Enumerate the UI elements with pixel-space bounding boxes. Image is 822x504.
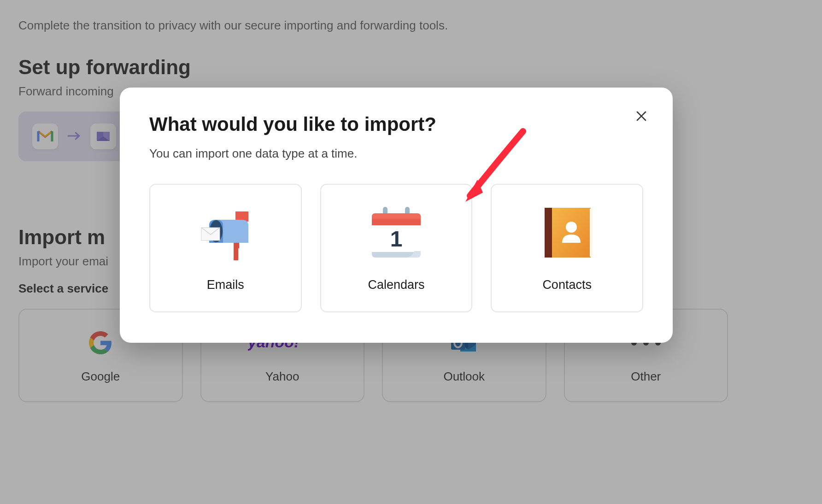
modal-title: What would you like to import? (149, 113, 643, 135)
option-label: Contacts (542, 278, 592, 292)
svg-rect-16 (545, 208, 552, 258)
mailbox-icon (193, 202, 258, 262)
contacts-book-icon (535, 202, 599, 262)
option-label: Calendars (368, 278, 424, 292)
option-label: Emails (207, 278, 244, 292)
svg-point-19 (566, 222, 577, 233)
close-button[interactable] (633, 108, 650, 124)
svg-rect-18 (590, 209, 593, 257)
modal-subtitle: You can import one data type at a time. (149, 147, 643, 161)
calendar-icon: 1 (364, 202, 429, 262)
svg-rect-11 (234, 243, 238, 260)
close-icon (636, 111, 647, 122)
option-card-contacts[interactable]: Contacts (491, 184, 643, 312)
import-option-grid: Emails 1 (149, 184, 643, 312)
svg-text:1: 1 (390, 227, 403, 251)
import-modal: What would you like to import? You can i… (120, 88, 673, 343)
option-card-emails[interactable]: Emails (149, 184, 302, 312)
option-card-calendars[interactable]: 1 Calendars (320, 184, 473, 312)
